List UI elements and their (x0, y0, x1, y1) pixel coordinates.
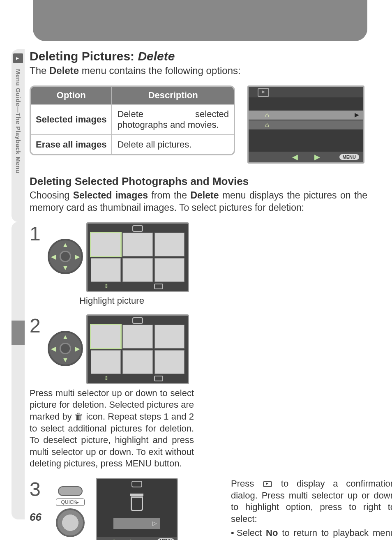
arrow-down-icon: ▼ (62, 264, 69, 272)
playback-icon (263, 481, 272, 487)
step-2: 2 ▲ ▼ ◀ ▶ (30, 314, 194, 470)
menu-header-bar (249, 87, 363, 97)
mode-dial-icon (58, 486, 83, 496)
playback-icon (132, 225, 143, 232)
opt-name: Selected images (31, 104, 112, 134)
confirm-dialog-screen: ◁ ▷ MENU (96, 478, 178, 540)
page-content: Deleting Pictures: Delete The Delete men… (30, 49, 367, 540)
thumbnail-screen: ⇕ (86, 222, 189, 292)
menu-row (249, 101, 363, 110)
subsection-title: Deleting Selected Photographs and Movies (30, 175, 367, 188)
arrow-left-icon: ◁ (109, 538, 114, 540)
menu-row (249, 130, 363, 139)
table-row: Erase all images Delete all pictures. (31, 134, 234, 154)
th-description: Description (112, 87, 234, 104)
header-dark-box (33, 0, 367, 41)
arrow-up-icon: ▲ (62, 333, 69, 341)
arrow-right-icon: ▶ (314, 152, 320, 162)
step-3: 3 QUICK▸ MENU ◁ ▷ MENU (30, 478, 367, 540)
camera-body-illustration: QUICK▸ MENU (48, 486, 92, 540)
bullet-item: Select No to return to playback menu wit… (231, 527, 392, 540)
updown-icon: ⇕ (104, 375, 109, 381)
center-button-icon (60, 343, 71, 354)
thumbnail-screen: ⇕ (86, 314, 189, 384)
multi-selector-icon (56, 508, 85, 537)
menu-row (249, 140, 363, 149)
step-number: 2 (30, 314, 44, 337)
playback-icon (13, 53, 23, 63)
menu-row: ⌂ (249, 120, 363, 129)
thumbnail (154, 350, 184, 374)
thumbnail (91, 325, 121, 348)
thumbnail (122, 350, 152, 374)
title-em: Delete (138, 49, 175, 63)
thumbnail (91, 258, 121, 282)
steps-container: 1 ▲ ▼ ◀ ▶ (30, 222, 367, 540)
arrow-down-icon: ▼ (62, 356, 69, 364)
playback-icon (132, 317, 143, 324)
arrow-right-icon: ▷ (130, 538, 135, 540)
opt-desc: Delete selected photographs and movies. (112, 104, 234, 134)
page-number: 66 (30, 511, 42, 524)
thumbnail (154, 258, 184, 282)
playback-icon (154, 376, 163, 381)
side-bar (12, 222, 25, 519)
step-text: Press multi selector up or down to selec… (30, 388, 194, 470)
page-title: Deleting Pictures: Delete (30, 49, 367, 63)
row-icon: ⌂ (265, 121, 269, 129)
arrow-right-icon: ▶ (75, 252, 80, 260)
center-button-icon (60, 251, 71, 262)
intro-line: The Delete menu contains the following o… (30, 65, 367, 76)
multi-selector-illustration: ▲ ▼ ◀ ▶ (48, 239, 83, 274)
side-bar-marker (12, 321, 25, 345)
th-option: Option (31, 87, 112, 104)
title-prefix: Deleting Pictures: (30, 49, 138, 63)
opt-desc: Delete all pictures. (112, 134, 234, 154)
menu-button-label: MENU (157, 538, 174, 540)
arrow-right-icon: ▶ (75, 344, 80, 352)
updown-icon: ⇕ (104, 283, 109, 289)
step-1: 1 ▲ ▼ ◀ ▶ (30, 222, 194, 306)
arrow-left-icon: ◀ (51, 344, 56, 352)
opt-name: Erase all images (31, 134, 112, 154)
menu-footer-bar: ◀ ▶ MENU (249, 152, 363, 162)
menu-row-highlighted: ⌂ (249, 111, 363, 120)
playback-icon (131, 481, 142, 487)
step-number: 1 (30, 222, 44, 245)
thumbnail (91, 233, 121, 256)
table-row: Selected images Delete selected photogra… (31, 104, 234, 134)
thumbnail (91, 350, 121, 374)
multi-selector-illustration: ▲ ▼ ◀ ▶ (48, 331, 83, 366)
side-tab-label: Menu Guide—The Playback Menu (12, 67, 22, 173)
camera-menu-illustration: ⌂ ⌂ ◀ ▶ MENU (247, 85, 364, 164)
trash-icon (131, 496, 143, 511)
thumbnail (122, 233, 152, 256)
dialog-option (113, 518, 160, 529)
dialog-footer: ◁ ▷ MENU (97, 537, 177, 540)
subsection-paragraph: Choosing Selected images from the Delete… (30, 189, 367, 214)
options-table: Option Description Selected images Delet… (30, 85, 235, 155)
step-caption: Highlight picture (30, 295, 194, 306)
thumbnail (122, 258, 152, 282)
thumbnail (122, 325, 152, 348)
menu-button-label: MENU (339, 154, 359, 160)
thumbnail (154, 325, 184, 348)
quick-label: QUICK▸ (56, 498, 85, 506)
step-number: 3 (30, 478, 44, 501)
options-row: Option Description Selected images Delet… (30, 85, 367, 164)
side-tab: Menu Guide—The Playback Menu (12, 49, 25, 222)
arrow-up-icon: ▲ (62, 241, 69, 249)
arrow-left-icon: ◀ (292, 152, 298, 162)
playback-icon (154, 284, 163, 289)
step-text: Press to display a confirmation dialog. … (231, 478, 392, 540)
row-icon: ⌂ (265, 111, 269, 119)
thumbnail (154, 233, 184, 256)
arrow-left-icon: ◀ (51, 252, 56, 260)
